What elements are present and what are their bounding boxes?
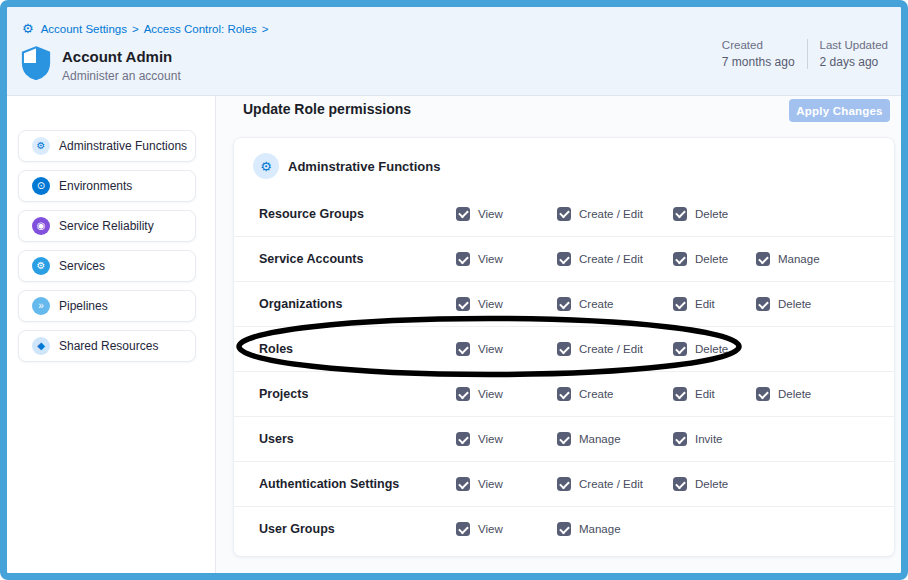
checkbox-users-manage[interactable]: Manage: [557, 432, 673, 446]
meta-divider: [807, 39, 808, 69]
sidebar-item-label: Services: [59, 259, 105, 273]
permission-row-user-groups: User GroupsViewManage: [234, 506, 894, 551]
checkbox-box[interactable]: [456, 387, 470, 401]
checkbox-box[interactable]: [557, 432, 571, 446]
checkbox-roles-delete[interactable]: Delete: [673, 342, 756, 356]
checkbox-projects-view[interactable]: View: [456, 387, 557, 401]
sidebar-item-services[interactable]: ⚙Services: [18, 250, 196, 282]
checkbox-service-accounts-create-edit[interactable]: Create / Edit: [557, 252, 673, 266]
checkbox-label: Delete: [695, 478, 728, 490]
checkbox-box[interactable]: [456, 522, 470, 536]
permission-resource-label: Resource Groups: [259, 207, 456, 221]
checkbox-resource-groups-create-edit[interactable]: Create / Edit: [557, 207, 673, 221]
checkbox-label: Delete: [778, 298, 811, 310]
checkbox-label: Delete: [695, 253, 728, 265]
checkbox-box[interactable]: [456, 477, 470, 491]
checkbox-box[interactable]: [456, 342, 470, 356]
permission-row-service-accounts: Service AccountsViewCreate / EditDeleteM…: [234, 236, 894, 281]
checkbox-authentication-settings-delete[interactable]: Delete: [673, 477, 756, 491]
checkbox-label: View: [478, 343, 503, 355]
checkbox-projects-delete[interactable]: Delete: [756, 387, 894, 401]
permission-resource-label: Authentication Settings: [259, 477, 456, 491]
permission-row-authentication-settings: Authentication SettingsViewCreate / Edit…: [234, 461, 894, 506]
checkbox-label: View: [478, 253, 503, 265]
checkbox-box[interactable]: [557, 342, 571, 356]
checkbox-label: Delete: [695, 208, 728, 220]
checkbox-label: Invite: [695, 433, 723, 445]
checkbox-label: Create: [579, 388, 614, 400]
page-header: ⚙ Account Settings > Access Control: Rol…: [7, 7, 901, 96]
breadcrumb: ⚙ Account Settings > Access Control: Rol…: [22, 22, 269, 35]
checkbox-users-view[interactable]: View: [456, 432, 557, 446]
permission-resource-label: Projects: [259, 387, 456, 401]
environments-icon: ⊙: [32, 177, 50, 195]
checkbox-resource-groups-view[interactable]: View: [456, 207, 557, 221]
checkbox-organizations-delete[interactable]: Delete: [756, 297, 894, 311]
checkbox-label: View: [478, 433, 503, 445]
permission-row-projects: ProjectsViewCreateEditDelete: [234, 371, 894, 416]
breadcrumb-separator: >: [262, 23, 269, 35]
checkbox-resource-groups-delete[interactable]: Delete: [673, 207, 756, 221]
permission-resource-label: Roles: [259, 342, 456, 356]
checkbox-box[interactable]: [557, 207, 571, 221]
shared-resources-icon: ◆: [32, 337, 50, 355]
settings-gear-icon: ⚙: [22, 22, 34, 35]
checkbox-authentication-settings-view[interactable]: View: [456, 477, 557, 491]
sidebar-item-environments[interactable]: ⊙Environments: [18, 170, 196, 202]
checkbox-authentication-settings-create-edit[interactable]: Create / Edit: [557, 477, 673, 491]
icon-glyph: ◆: [37, 341, 45, 351]
checkbox-box[interactable]: [673, 207, 687, 221]
checkbox-user-groups-view[interactable]: View: [456, 522, 557, 536]
sidebar-item-label: Shared Resources: [59, 339, 158, 353]
breadcrumb-account-settings[interactable]: Account Settings: [41, 23, 127, 35]
role-shield-icon: [20, 46, 52, 80]
checkbox-box[interactable]: [673, 387, 687, 401]
checkbox-organizations-edit[interactable]: Edit: [673, 297, 756, 311]
checkbox-box[interactable]: [557, 297, 571, 311]
checkbox-box[interactable]: [673, 432, 687, 446]
checkbox-box[interactable]: [756, 387, 770, 401]
checkbox-box[interactable]: [557, 252, 571, 266]
apply-changes-button[interactable]: Apply Changes: [789, 99, 890, 122]
checkbox-box[interactable]: [456, 297, 470, 311]
checkbox-box[interactable]: [756, 297, 770, 311]
checkbox-label: Create: [579, 298, 614, 310]
checkbox-box[interactable]: [756, 252, 770, 266]
sidebar-item-service-reliability[interactable]: ◉Service Reliability: [18, 210, 196, 242]
checkbox-box[interactable]: [673, 297, 687, 311]
checkbox-projects-edit[interactable]: Edit: [673, 387, 756, 401]
checkbox-box[interactable]: [673, 252, 687, 266]
checkbox-box[interactable]: [557, 387, 571, 401]
checkbox-service-accounts-view[interactable]: View: [456, 252, 557, 266]
sidebar-item-adminstrative-functions[interactable]: ⚙Adminstrative Functions: [18, 130, 196, 162]
permission-row-resource-groups: Resource GroupsViewCreate / EditDelete: [234, 191, 894, 236]
checkbox-box[interactable]: [557, 522, 571, 536]
resource-category-sidebar: ⚙Adminstrative Functions⊙Environments◉Se…: [7, 96, 215, 573]
checkbox-organizations-create[interactable]: Create: [557, 297, 673, 311]
checkbox-roles-create-edit[interactable]: Create / Edit: [557, 342, 673, 356]
checkbox-box[interactable]: [673, 342, 687, 356]
checkbox-label: View: [478, 208, 503, 220]
checkbox-box[interactable]: [557, 477, 571, 491]
permission-row-roles: RolesViewCreate / EditDelete: [234, 326, 894, 371]
checkbox-service-accounts-delete[interactable]: Delete: [673, 252, 756, 266]
created-value: 7 months ago: [722, 55, 795, 69]
sidebar-item-label: Environments: [59, 179, 132, 193]
breadcrumb-access-control-roles[interactable]: Access Control: Roles: [144, 23, 257, 35]
checkbox-box[interactable]: [456, 207, 470, 221]
permission-resource-label: Users: [259, 432, 456, 446]
checkbox-users-invite[interactable]: Invite: [673, 432, 756, 446]
checkbox-roles-view[interactable]: View: [456, 342, 557, 356]
created-label: Created: [722, 39, 795, 51]
sidebar-item-pipelines[interactable]: »Pipelines: [18, 290, 196, 322]
checkbox-box[interactable]: [456, 252, 470, 266]
checkbox-box[interactable]: [673, 477, 687, 491]
checkbox-box[interactable]: [456, 432, 470, 446]
sidebar-item-shared-resources[interactable]: ◆Shared Resources: [18, 330, 196, 362]
checkbox-projects-create[interactable]: Create: [557, 387, 673, 401]
checkbox-service-accounts-manage[interactable]: Manage: [756, 252, 894, 266]
checkbox-label: Delete: [778, 388, 811, 400]
checkbox-user-groups-manage[interactable]: Manage: [557, 522, 673, 536]
sidebar-divider: [215, 96, 216, 573]
checkbox-organizations-view[interactable]: View: [456, 297, 557, 311]
